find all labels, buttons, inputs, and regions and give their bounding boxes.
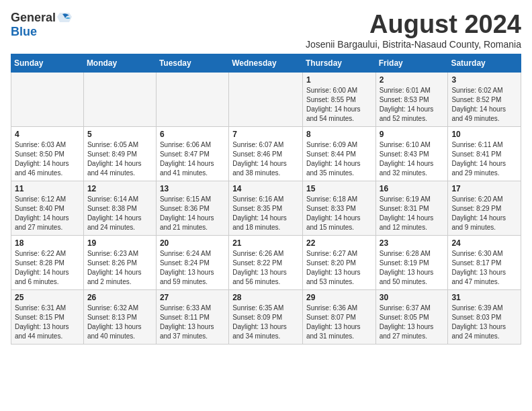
cell-content: Sunrise: 6:20 AM Sunset: 8:29 PM Dayligh… [451,195,517,232]
day-number: 23 [380,238,445,248]
calendar-cell [229,72,303,126]
calendar-header-row: SundayMondayTuesdayWednesdayThursdayFrid… [11,54,521,72]
cell-content: Sunrise: 6:16 AM Sunset: 8:35 PM Dayligh… [232,195,299,232]
month-title: August 2024 [306,11,521,39]
calendar-cell [11,72,84,126]
cell-content: Sunrise: 6:19 AM Sunset: 8:31 PM Dayligh… [380,195,445,232]
calendar-cell: 16Sunrise: 6:19 AM Sunset: 8:31 PM Dayli… [375,181,448,235]
day-number: 24 [451,238,517,248]
cell-content: Sunrise: 6:12 AM Sunset: 8:40 PM Dayligh… [15,195,80,232]
cell-content: Sunrise: 6:10 AM Sunset: 8:43 PM Dayligh… [380,140,445,178]
cell-content: Sunrise: 6:36 AM Sunset: 8:07 PM Dayligh… [306,304,372,341]
header: General Blue August 2024 Josenii Bargaul… [11,11,521,50]
day-number: 16 [380,184,445,193]
cell-content: Sunrise: 6:06 AM Sunset: 8:47 PM Dayligh… [160,140,225,178]
calendar-cell: 19Sunrise: 6:23 AM Sunset: 8:26 PM Dayli… [83,235,156,289]
cell-content: Sunrise: 6:31 AM Sunset: 8:15 PM Dayligh… [15,304,80,341]
header-day-friday: Friday [375,54,448,72]
cell-content: Sunrise: 6:01 AM Sunset: 8:53 PM Dayligh… [380,86,445,124]
calendar-cell: 14Sunrise: 6:16 AM Sunset: 8:35 PM Dayli… [229,181,303,235]
day-number: 7 [232,130,299,139]
calendar-cell: 25Sunrise: 6:31 AM Sunset: 8:15 PM Dayli… [11,289,84,344]
day-number: 20 [160,238,225,248]
cell-content: Sunrise: 6:26 AM Sunset: 8:22 PM Dayligh… [232,249,299,287]
location-subtitle: Josenii Bargaului, Bistrita-Nasaud Count… [306,39,521,50]
cell-content: Sunrise: 6:39 AM Sunset: 8:03 PM Dayligh… [451,304,517,341]
calendar-cell: 22Sunrise: 6:27 AM Sunset: 8:20 PM Dayli… [302,235,375,289]
calendar-cell: 26Sunrise: 6:32 AM Sunset: 8:13 PM Dayli… [83,289,156,344]
calendar-cell: 3Sunrise: 6:02 AM Sunset: 8:52 PM Daylig… [448,72,521,126]
calendar-cell: 4Sunrise: 6:03 AM Sunset: 8:50 PM Daylig… [11,126,84,181]
header-day-tuesday: Tuesday [156,54,228,72]
day-number: 1 [306,75,372,85]
calendar-cell: 18Sunrise: 6:22 AM Sunset: 8:28 PM Dayli… [11,235,84,289]
calendar-week-1: 1Sunrise: 6:00 AM Sunset: 8:55 PM Daylig… [11,72,521,126]
cell-content: Sunrise: 6:07 AM Sunset: 8:46 PM Dayligh… [232,140,299,178]
day-number: 15 [306,184,372,193]
cell-content: Sunrise: 6:00 AM Sunset: 8:55 PM Dayligh… [306,86,372,124]
day-number: 12 [87,184,152,193]
day-number: 25 [15,293,80,302]
calendar-week-3: 11Sunrise: 6:12 AM Sunset: 8:40 PM Dayli… [11,181,521,235]
calendar-cell: 2Sunrise: 6:01 AM Sunset: 8:53 PM Daylig… [375,72,448,126]
cell-content: Sunrise: 6:09 AM Sunset: 8:44 PM Dayligh… [306,140,372,178]
header-day-monday: Monday [83,54,156,72]
logo-general-text: General [11,11,56,25]
day-number: 27 [160,293,225,302]
calendar-cell: 28Sunrise: 6:35 AM Sunset: 8:09 PM Dayli… [229,289,303,344]
calendar-week-2: 4Sunrise: 6:03 AM Sunset: 8:50 PM Daylig… [11,126,521,181]
calendar-cell: 30Sunrise: 6:37 AM Sunset: 8:05 PM Dayli… [375,289,448,344]
cell-content: Sunrise: 6:18 AM Sunset: 8:33 PM Dayligh… [306,195,372,232]
day-number: 9 [380,130,445,139]
day-number: 4 [15,130,80,139]
cell-content: Sunrise: 6:32 AM Sunset: 8:13 PM Dayligh… [87,304,152,341]
calendar-week-4: 18Sunrise: 6:22 AM Sunset: 8:28 PM Dayli… [11,235,521,289]
calendar-cell: 13Sunrise: 6:15 AM Sunset: 8:36 PM Dayli… [156,181,228,235]
day-number: 29 [306,293,372,302]
day-number: 26 [87,293,152,302]
cell-content: Sunrise: 6:37 AM Sunset: 8:05 PM Dayligh… [380,304,445,341]
cell-content: Sunrise: 6:28 AM Sunset: 8:19 PM Dayligh… [380,249,445,287]
cell-content: Sunrise: 6:33 AM Sunset: 8:11 PM Dayligh… [160,304,225,341]
day-number: 14 [232,184,299,193]
cell-content: Sunrise: 6:02 AM Sunset: 8:52 PM Dayligh… [451,86,517,124]
day-number: 22 [306,238,372,248]
cell-content: Sunrise: 6:05 AM Sunset: 8:49 PM Dayligh… [87,140,152,178]
day-number: 10 [451,130,517,139]
day-number: 3 [451,75,517,85]
cell-content: Sunrise: 6:30 AM Sunset: 8:17 PM Dayligh… [451,249,517,287]
calendar-cell: 7Sunrise: 6:07 AM Sunset: 8:46 PM Daylig… [229,126,303,181]
day-number: 19 [87,238,152,248]
header-day-thursday: Thursday [302,54,375,72]
day-number: 2 [380,75,445,85]
day-number: 21 [232,238,299,248]
cell-content: Sunrise: 6:15 AM Sunset: 8:36 PM Dayligh… [160,195,225,232]
day-number: 5 [87,130,152,139]
cell-content: Sunrise: 6:03 AM Sunset: 8:50 PM Dayligh… [15,140,80,178]
header-day-saturday: Saturday [448,54,521,72]
logo-bird-icon [57,10,72,25]
calendar-cell: 29Sunrise: 6:36 AM Sunset: 8:07 PM Dayli… [302,289,375,344]
cell-content: Sunrise: 6:23 AM Sunset: 8:26 PM Dayligh… [87,249,152,287]
header-day-sunday: Sunday [11,54,84,72]
day-number: 6 [160,130,225,139]
calendar-cell: 6Sunrise: 6:06 AM Sunset: 8:47 PM Daylig… [156,126,228,181]
calendar-cell: 9Sunrise: 6:10 AM Sunset: 8:43 PM Daylig… [375,126,448,181]
day-number: 31 [451,293,517,302]
day-number: 13 [160,184,225,193]
calendar-cell: 20Sunrise: 6:24 AM Sunset: 8:24 PM Dayli… [156,235,228,289]
title-area: August 2024 Josenii Bargaului, Bistrita-… [306,11,521,50]
cell-content: Sunrise: 6:27 AM Sunset: 8:20 PM Dayligh… [306,249,372,287]
calendar-cell: 5Sunrise: 6:05 AM Sunset: 8:49 PM Daylig… [83,126,156,181]
calendar-cell: 12Sunrise: 6:14 AM Sunset: 8:38 PM Dayli… [83,181,156,235]
calendar-cell: 11Sunrise: 6:12 AM Sunset: 8:40 PM Dayli… [11,181,84,235]
calendar-cell: 1Sunrise: 6:00 AM Sunset: 8:55 PM Daylig… [302,72,375,126]
calendar-cell: 24Sunrise: 6:30 AM Sunset: 8:17 PM Dayli… [448,235,521,289]
calendar-cell [83,72,156,126]
calendar-cell [156,72,228,126]
day-number: 18 [15,238,80,248]
calendar-cell: 27Sunrise: 6:33 AM Sunset: 8:11 PM Dayli… [156,289,228,344]
calendar-cell: 8Sunrise: 6:09 AM Sunset: 8:44 PM Daylig… [302,126,375,181]
day-number: 8 [306,130,372,139]
calendar-cell: 21Sunrise: 6:26 AM Sunset: 8:22 PM Dayli… [229,235,303,289]
